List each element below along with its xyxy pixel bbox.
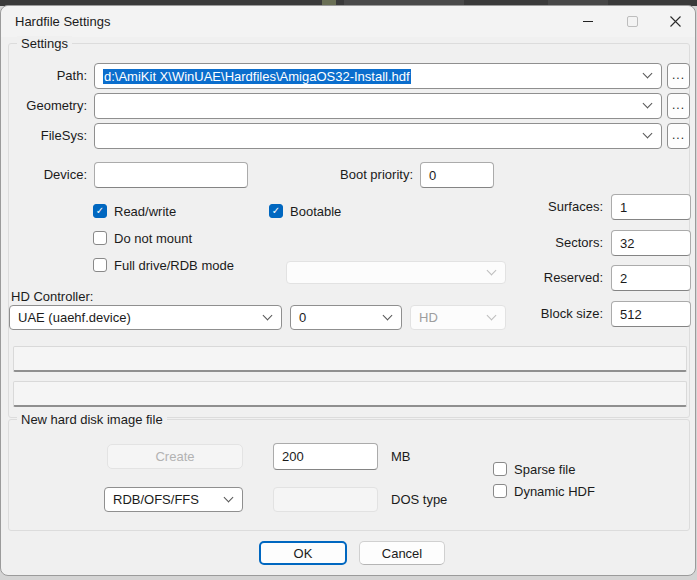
geometry-combobox[interactable] xyxy=(94,93,662,119)
bootable-checkbox[interactable]: Bootable xyxy=(269,203,341,219)
chevron-down-icon[interactable] xyxy=(644,100,652,108)
boot-priority-label: Boot priority: xyxy=(329,162,413,188)
maximize-icon xyxy=(627,16,638,27)
create-button: Create xyxy=(107,444,243,469)
reserved-input[interactable]: 2 xyxy=(611,265,691,291)
filesystem-dropdown[interactable]: RDB/OFS/FFS xyxy=(104,487,243,512)
geometry-label: Geometry: xyxy=(19,93,87,119)
path-value: d:\AmiKit X\WinUAE\Hardfiles\AmigaOS32-I… xyxy=(103,69,411,84)
checkbox-icon xyxy=(493,484,507,498)
dynamic-hdf-label: Dynamic HDF xyxy=(514,484,595,499)
checkbox-icon xyxy=(93,204,107,218)
minimize-button[interactable] xyxy=(567,6,609,36)
full-drive-rdb-checkbox[interactable]: Full drive/RDB mode xyxy=(93,257,234,273)
dos-type-input xyxy=(273,487,378,512)
screen: { "window": { "title": "Hardfile Setting… xyxy=(0,0,697,580)
do-not-mount-checkbox[interactable]: Do not mount xyxy=(93,230,192,246)
chevron-down-icon[interactable] xyxy=(644,70,652,78)
filesystem-value: RDB/OFS/FFS xyxy=(113,492,199,507)
filesys-label: FileSys: xyxy=(19,123,87,149)
filesys-browse-button[interactable]: ... xyxy=(667,123,690,149)
hd-controller-unit-dropdown[interactable]: 0 xyxy=(290,305,402,330)
ok-button[interactable]: OK xyxy=(259,541,347,565)
path-combobox[interactable]: d:\AmiKit X\WinUAE\Hardfiles\AmigaOS32-I… xyxy=(94,63,662,89)
minimize-icon xyxy=(583,21,593,22)
reserved-label: Reserved: xyxy=(481,265,603,291)
block-size-input[interactable]: 512 xyxy=(611,301,691,327)
surfaces-label: Surfaces: xyxy=(481,194,603,220)
sparse-file-checkbox[interactable]: Sparse file xyxy=(493,461,575,477)
checkbox-icon xyxy=(269,204,283,218)
new-hardfile-group-label: New hard disk image file xyxy=(17,412,167,427)
geometry-browse-button[interactable]: ... xyxy=(667,93,690,119)
read-write-label: Read/write xyxy=(114,204,176,219)
checkbox-icon xyxy=(93,231,107,245)
dos-type-label: DOS type xyxy=(391,487,447,512)
settings-group-label: Settings xyxy=(17,36,72,51)
close-button[interactable] xyxy=(654,6,696,36)
hd-controller-label: HD Controller: xyxy=(11,289,93,304)
hd-controller-value: UAE (uaehf.device) xyxy=(18,310,131,325)
window-title: Hardfile Settings xyxy=(15,6,110,37)
boot-priority-input[interactable]: 0 xyxy=(420,162,494,188)
device-input[interactable] xyxy=(94,162,248,188)
size-mb-input[interactable]: 200 xyxy=(273,443,378,470)
close-icon xyxy=(669,15,682,28)
cancel-button[interactable]: Cancel xyxy=(359,541,445,565)
path-label: Path: xyxy=(19,63,87,89)
mb-unit-label: MB xyxy=(391,443,411,470)
device-label: Device: xyxy=(19,162,87,188)
new-hardfile-group: New hard disk image file xyxy=(8,419,690,531)
do-not-mount-label: Do not mount xyxy=(114,231,192,246)
read-write-checkbox[interactable]: Read/write xyxy=(93,203,176,219)
hd-controller-type-value: HD xyxy=(419,310,438,325)
checkbox-icon xyxy=(93,258,107,272)
chevron-down-icon[interactable] xyxy=(264,312,272,320)
hd-controller-dropdown[interactable]: UAE (uaehf.device) xyxy=(9,305,282,330)
hardfile-settings-dialog: Hardfile Settings Settings Path: d:\AmiK… xyxy=(0,5,696,576)
bootable-label: Bootable xyxy=(290,204,341,219)
hardfile-info-bar-1 xyxy=(13,346,687,372)
surfaces-input[interactable]: 1 xyxy=(611,194,691,220)
full-drive-rdb-label: Full drive/RDB mode xyxy=(114,258,234,273)
maximize-button xyxy=(611,6,653,36)
hd-controller-unit-value: 0 xyxy=(299,310,306,325)
chevron-down-icon[interactable] xyxy=(644,130,652,138)
chevron-down-icon[interactable] xyxy=(384,312,392,320)
rdb-mode-dropdown xyxy=(286,261,506,284)
path-browse-button[interactable]: ... xyxy=(667,63,690,89)
sectors-label: Sectors: xyxy=(481,230,603,256)
filesys-combobox[interactable] xyxy=(94,123,662,149)
dynamic-hdf-checkbox[interactable]: Dynamic HDF xyxy=(493,483,595,499)
block-size-label: Block size: xyxy=(481,301,603,327)
sparse-file-label: Sparse file xyxy=(514,462,575,477)
checkbox-icon xyxy=(493,462,507,476)
sectors-input[interactable]: 32 xyxy=(611,230,691,256)
chevron-down-icon[interactable] xyxy=(225,494,233,502)
title-bar[interactable]: Hardfile Settings xyxy=(1,6,695,37)
hardfile-info-bar-2 xyxy=(13,381,687,407)
